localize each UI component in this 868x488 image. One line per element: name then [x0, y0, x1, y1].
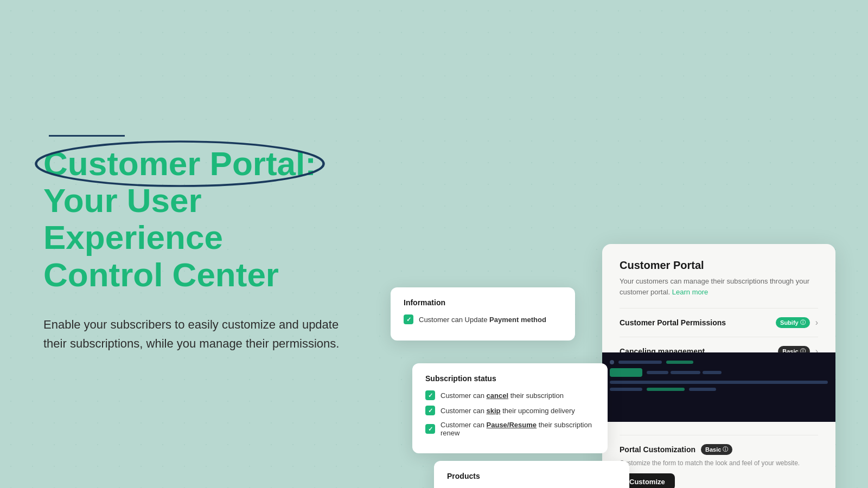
sub-label-2: Customer can skip their upcoming deliver… — [441, 407, 575, 415]
sub-checkbox-3[interactable] — [425, 424, 435, 434]
mockup-bar-full — [610, 381, 828, 384]
left-content: Customer Portal: Your User Experience Co… — [43, 135, 380, 353]
portal-card: Customer Portal Your customers can manag… — [602, 244, 835, 488]
preview-mockup — [602, 352, 835, 422]
subscription-card: Subscription status Customer can cancel … — [412, 363, 608, 453]
info-checkbox-1[interactable] — [404, 314, 413, 324]
sub-label-3: Customer can Pause/Resume their subscrip… — [441, 421, 595, 437]
sub-checkbox-row-3: Customer can Pause/Resume their subscrip… — [425, 421, 595, 437]
sub-label-1: Customer can cancel their subscription — [441, 391, 564, 400]
mb4-2 — [647, 388, 685, 391]
customization-title: Portal Customization — [620, 445, 695, 454]
sub-checkbox-row-1: Customer can cancel their subscription — [425, 390, 595, 400]
info-icon: ⓘ — [800, 319, 806, 326]
mockup-row-2 — [610, 368, 828, 377]
page-container: Customer Portal: Your User Experience Co… — [0, 0, 868, 488]
permissions-label: Customer Portal Permissions — [620, 318, 726, 327]
products-card: Products Customer can Remove products Cu… — [434, 461, 629, 488]
description: Enable your subscribers to easily custom… — [43, 315, 342, 353]
mockup-row-1 — [610, 360, 828, 364]
heading-part2: Your User Experience — [43, 182, 380, 256]
products-card-title: Products — [447, 472, 616, 480]
customization-desc: Customize the form to match the look and… — [620, 459, 818, 467]
sb-3 — [703, 371, 722, 374]
sb-1 — [647, 371, 668, 374]
permissions-chevron: › — [815, 318, 818, 328]
mockup-green-1 — [610, 368, 642, 377]
info-checkbox-row: Customer can Update Payment method — [404, 314, 562, 324]
heading-oval-wrapper: Customer Portal: — [43, 145, 316, 182]
main-heading: Customer Portal: Your User Experience Co… — [43, 145, 380, 293]
mockup-row-3 — [610, 381, 828, 384]
subscription-card-title: Subscription status — [425, 374, 595, 383]
permissions-badge: Subify ⓘ — [776, 317, 810, 328]
permissions-row-right: Subify ⓘ › — [776, 317, 818, 328]
mockup-inner — [602, 352, 835, 402]
decorative-line — [49, 135, 125, 137]
sub-checkbox-row-2: Customer can skip their upcoming deliver… — [425, 406, 595, 415]
sub-checkbox-2[interactable] — [425, 406, 435, 415]
portal-card-title: Customer Portal — [620, 259, 818, 272]
mockup-row-4 — [610, 388, 828, 391]
mockup-small-bars — [647, 371, 828, 374]
customization-header: Portal Customization Basic ⓘ — [620, 444, 818, 455]
heading-part1: Customer Portal: — [43, 145, 316, 182]
mockup-bar-accent-1 — [666, 361, 693, 364]
info-checkbox-label: Customer can Update Payment method — [419, 316, 546, 324]
mb4-1 — [610, 388, 642, 391]
info-card-title: Information — [404, 298, 562, 307]
sub-checkbox-1[interactable] — [425, 390, 435, 400]
mb4-3 — [689, 388, 716, 391]
mockup-dot-1 — [610, 360, 614, 364]
heading-part3: Control Center — [43, 256, 380, 293]
sb-2 — [671, 371, 700, 374]
information-card: Information Customer can Update Payment … — [391, 287, 575, 341]
customization-badge: Basic ⓘ — [701, 444, 732, 455]
mockup-bar-1 — [618, 361, 662, 364]
customization-section: Portal Customization Basic ⓘ Customize t… — [620, 435, 818, 488]
info-icon-3: ⓘ — [723, 446, 728, 453]
permissions-row[interactable]: Customer Portal Permissions Subify ⓘ › — [620, 308, 818, 337]
learn-more-link-1[interactable]: Learn more — [672, 288, 708, 296]
portal-card-desc: Your customers can manage their subscrip… — [620, 276, 818, 297]
